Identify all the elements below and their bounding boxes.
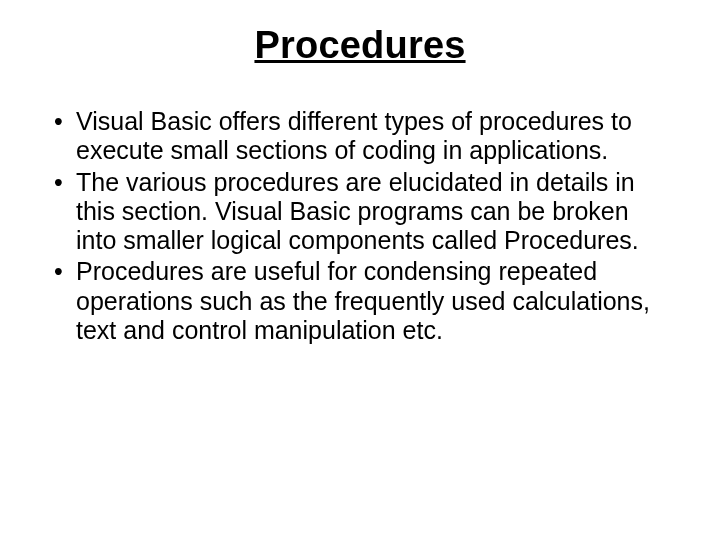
bullet-list: Visual Basic offers different types of p… <box>48 107 672 345</box>
list-item: Visual Basic offers different types of p… <box>48 107 672 166</box>
list-item: The various procedures are elucidated in… <box>48 168 672 256</box>
slide-container: Procedures Visual Basic offers different… <box>0 0 720 540</box>
list-item: Procedures are useful for condensing rep… <box>48 257 672 345</box>
slide-title: Procedures <box>48 24 672 67</box>
